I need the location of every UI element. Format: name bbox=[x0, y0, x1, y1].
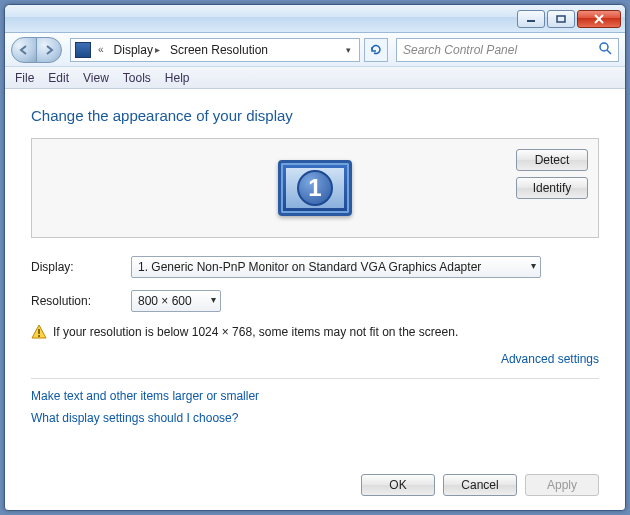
footer-buttons: OK Cancel Apply bbox=[31, 462, 599, 496]
content-area: Change the appearance of your display 1 … bbox=[5, 89, 625, 510]
menu-edit[interactable]: Edit bbox=[48, 71, 69, 85]
display-value: 1. Generic Non-PnP Monitor on Standard V… bbox=[138, 260, 481, 274]
svg-point-7 bbox=[38, 335, 40, 337]
close-button[interactable] bbox=[577, 10, 621, 28]
display-preview: 1 Detect Identify bbox=[31, 138, 599, 238]
menu-tools[interactable]: Tools bbox=[123, 71, 151, 85]
minimize-button[interactable] bbox=[517, 10, 545, 28]
display-row: Display: 1. Generic Non-PnP Monitor on S… bbox=[31, 256, 599, 278]
breadcrumb-screen-resolution[interactable]: Screen Resolution bbox=[167, 43, 271, 57]
text-size-link[interactable]: Make text and other items larger or smal… bbox=[31, 389, 599, 403]
warning-text: If your resolution is below 1024 × 768, … bbox=[53, 325, 458, 339]
search-input[interactable]: Search Control Panel bbox=[396, 38, 619, 62]
resolution-row: Resolution: 800 × 600 bbox=[31, 290, 599, 312]
svg-rect-1 bbox=[557, 16, 565, 22]
monitor-thumbnail[interactable]: 1 bbox=[278, 160, 352, 216]
titlebar bbox=[5, 5, 625, 33]
maximize-button[interactable] bbox=[547, 10, 575, 28]
help-links: Make text and other items larger or smal… bbox=[31, 389, 599, 433]
svg-line-5 bbox=[607, 50, 611, 54]
menu-bar: File Edit View Tools Help bbox=[5, 67, 625, 89]
cancel-button[interactable]: Cancel bbox=[443, 474, 517, 496]
control-panel-window: « Display ▸ Screen Resolution ▾ Search C… bbox=[4, 4, 626, 511]
breadcrumb-label: Screen Resolution bbox=[170, 43, 268, 57]
forward-button[interactable] bbox=[36, 37, 62, 63]
ok-button[interactable]: OK bbox=[361, 474, 435, 496]
svg-point-4 bbox=[600, 43, 608, 51]
navigation-toolbar: « Display ▸ Screen Resolution ▾ Search C… bbox=[5, 33, 625, 67]
chevron-right-icon: ▸ bbox=[155, 44, 160, 55]
preview-buttons: Detect Identify bbox=[516, 149, 588, 199]
warning-icon bbox=[31, 324, 47, 340]
help-link[interactable]: What display settings should I choose? bbox=[31, 411, 599, 425]
search-placeholder: Search Control Panel bbox=[403, 43, 517, 57]
refresh-button[interactable] bbox=[364, 38, 388, 62]
apply-button[interactable]: Apply bbox=[525, 474, 599, 496]
display-label: Display: bbox=[31, 260, 131, 274]
advanced-row: Advanced settings bbox=[31, 352, 599, 366]
resolution-select[interactable]: 800 × 600 bbox=[131, 290, 221, 312]
breadcrumb-label: Display bbox=[114, 43, 153, 57]
advanced-settings-link[interactable]: Advanced settings bbox=[501, 352, 599, 366]
search-icon bbox=[598, 41, 612, 58]
identify-button[interactable]: Identify bbox=[516, 177, 588, 199]
control-panel-icon bbox=[75, 42, 91, 58]
resolution-value: 800 × 600 bbox=[138, 294, 192, 308]
address-dropdown[interactable]: ▾ bbox=[342, 45, 355, 55]
warning-row: If your resolution is below 1024 × 768, … bbox=[31, 324, 599, 340]
menu-view[interactable]: View bbox=[83, 71, 109, 85]
page-title: Change the appearance of your display bbox=[31, 107, 599, 124]
divider bbox=[31, 378, 599, 379]
breadcrumb-back[interactable]: « bbox=[95, 44, 107, 55]
menu-file[interactable]: File bbox=[15, 71, 34, 85]
nav-buttons bbox=[11, 37, 62, 63]
breadcrumb-display[interactable]: Display ▸ bbox=[111, 43, 163, 57]
resolution-label: Resolution: bbox=[31, 294, 131, 308]
back-button[interactable] bbox=[11, 37, 37, 63]
menu-help[interactable]: Help bbox=[165, 71, 190, 85]
display-select[interactable]: 1. Generic Non-PnP Monitor on Standard V… bbox=[131, 256, 541, 278]
detect-button[interactable]: Detect bbox=[516, 149, 588, 171]
address-bar[interactable]: « Display ▸ Screen Resolution ▾ bbox=[70, 38, 360, 62]
monitor-number: 1 bbox=[297, 170, 333, 206]
